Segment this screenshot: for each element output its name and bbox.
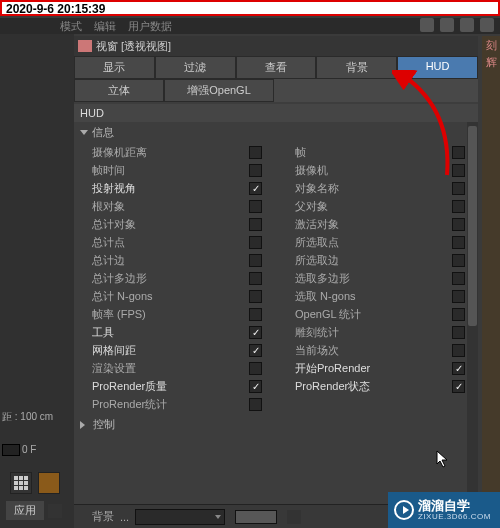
group-info[interactable]: 信息 (74, 122, 478, 143)
prop-label: 开始ProRender (295, 361, 452, 376)
prop-label: 摄像机距离 (92, 145, 249, 160)
checkbox[interactable] (249, 236, 262, 249)
scrollbar-thumb[interactable] (468, 126, 477, 326)
menu-userdata[interactable]: 用户数据 (128, 19, 172, 34)
prop-label: 当前场次 (295, 343, 452, 358)
checkbox[interactable] (452, 182, 465, 195)
checkbox[interactable] (452, 164, 465, 177)
prop-label: 总计多边形 (92, 271, 249, 286)
prop-label: 雕刻统计 (295, 325, 452, 340)
bg-label: 背景 (92, 509, 114, 524)
tab-background[interactable]: 背景 (316, 56, 397, 79)
checkbox[interactable] (452, 326, 465, 339)
checkbox[interactable] (452, 308, 465, 321)
bg-dropdown[interactable] (135, 509, 225, 525)
checkbox[interactable] (249, 398, 262, 411)
checkbox[interactable] (249, 164, 262, 177)
checkbox[interactable] (452, 290, 465, 303)
right-dock: 刻 辉 (482, 36, 500, 528)
watermark-url: ZIXUE.3D66.COM (418, 512, 491, 521)
prop-label: 帧 (295, 145, 452, 160)
chevron-down-icon (80, 130, 88, 135)
chevron-right-icon (80, 421, 89, 429)
prop-label: 选取 N-gons (295, 289, 452, 304)
frame-input[interactable] (2, 444, 20, 456)
square-icon[interactable] (48, 504, 62, 518)
checkbox[interactable] (452, 272, 465, 285)
prop-label: 选取多边形 (295, 271, 452, 286)
checkbox[interactable] (452, 344, 465, 357)
prop-label: 所选取边 (295, 253, 452, 268)
toolbar-icon[interactable] (460, 18, 474, 32)
checkbox[interactable] (249, 218, 262, 231)
tab-filter[interactable]: 过滤 (155, 56, 236, 79)
tab-hud[interactable]: HUD (397, 56, 478, 79)
properties-area: 信息 摄像机距离帧帧时间摄像机投射视角对象名称根对象父对象总计对象激活对象总计点… (74, 122, 478, 504)
prop-label: 投射视角 (92, 181, 249, 196)
left-bottom-row: 应用 (6, 501, 62, 520)
left-icon-row (10, 472, 60, 494)
checkbox[interactable] (249, 362, 262, 375)
prop-label: 总计边 (92, 253, 249, 268)
prop-label: 网格间距 (92, 343, 249, 358)
checkbox[interactable] (249, 254, 262, 267)
color-picker-icon[interactable] (287, 510, 301, 524)
tabs-row-2: 立体 增强OpenGL (74, 79, 478, 102)
attribute-panel: 视窗 [透视视图] 显示 过滤 查看 背景 HUD 立体 增强OpenGL HU… (74, 36, 478, 528)
checkbox[interactable] (249, 146, 262, 159)
tabs-row-1: 显示 过滤 查看 背景 HUD (74, 56, 478, 79)
bg-dots: ... (120, 511, 129, 523)
apply-button[interactable]: 应用 (6, 501, 44, 520)
layout-icon[interactable] (38, 472, 60, 494)
prop-label: 激活对象 (295, 217, 452, 232)
prop-label: 总计 N-gons (92, 289, 249, 304)
tab-display[interactable]: 显示 (74, 56, 155, 79)
toolbar-icon[interactable] (480, 18, 494, 32)
grid-icon[interactable] (10, 472, 32, 494)
checkbox[interactable] (249, 272, 262, 285)
checkbox[interactable] (452, 218, 465, 231)
prop-label: 渲染设置 (92, 361, 249, 376)
checkbox[interactable] (249, 308, 262, 321)
checkbox[interactable] (452, 254, 465, 267)
watermark-brand: 溜溜自学 (418, 498, 470, 513)
toolbar-icons (420, 18, 494, 32)
checkbox[interactable] (249, 326, 262, 339)
checkbox[interactable] (452, 236, 465, 249)
panel-titlebar: 视窗 [透视视图] (74, 36, 478, 56)
left-column: 距 : 100 cm 0 F 应用 (0, 34, 74, 528)
menu-mode[interactable]: 模式 (60, 19, 82, 34)
checkbox[interactable] (452, 146, 465, 159)
group-control[interactable]: 控制 (74, 414, 478, 435)
checkbox[interactable] (452, 200, 465, 213)
checkbox[interactable] (249, 290, 262, 303)
tab-enhanced-opengl[interactable]: 增强OpenGL (164, 79, 274, 102)
checkbox[interactable] (249, 182, 262, 195)
panel-title-text: 视窗 [透视视图] (96, 39, 171, 54)
checkbox[interactable] (249, 380, 262, 393)
checkbox[interactable] (249, 200, 262, 213)
menu-edit[interactable]: 编辑 (94, 19, 116, 34)
prop-label: ProRender统计 (92, 397, 249, 412)
watermark: 溜溜自学 ZIXUE.3D66.COM (388, 492, 500, 528)
tab-stereo[interactable]: 立体 (74, 79, 164, 102)
tab-view[interactable]: 查看 (236, 56, 317, 79)
checkbox[interactable] (249, 344, 262, 357)
dock-label[interactable]: 刻 (482, 36, 500, 53)
timestamp-bar: 2020-9-6 20:15:39 (0, 0, 500, 16)
prop-label: ProRender质量 (92, 379, 249, 394)
toolbar-icon[interactable] (420, 18, 434, 32)
frame-readout: 0 F (2, 444, 36, 456)
checkbox[interactable] (452, 380, 465, 393)
prop-label: 总计对象 (92, 217, 249, 232)
timestamp-text: 2020-9-6 20:15:39 (6, 2, 105, 16)
prop-label: ProRender状态 (295, 379, 452, 394)
toolbar-icon[interactable] (440, 18, 454, 32)
checkbox[interactable] (452, 362, 465, 375)
section-hud: HUD (74, 104, 478, 122)
scrollbar[interactable]: ▾ (467, 122, 478, 504)
color-swatch[interactable] (235, 510, 277, 524)
prop-label: 工具 (92, 325, 249, 340)
distance-readout: 距 : 100 cm (2, 410, 53, 424)
dock-label[interactable]: 辉 (482, 53, 500, 70)
